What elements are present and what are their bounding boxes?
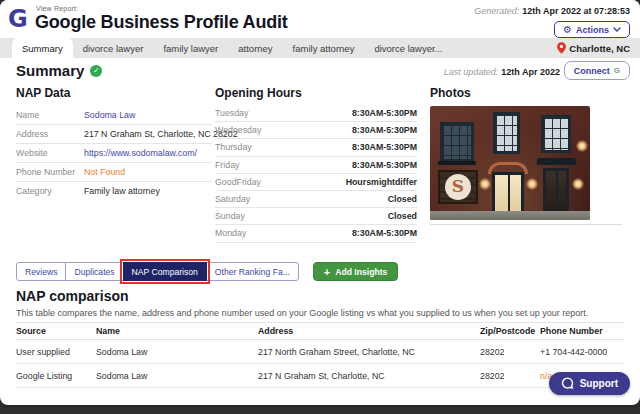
nap-row-label: Category (16, 186, 84, 196)
photo-window-left (440, 122, 474, 162)
photo-window-right (541, 115, 571, 153)
add-insights-label: Add Insights (335, 267, 387, 277)
photo-logo-sign: S (438, 170, 478, 204)
tab-family-lawyer[interactable]: family lawyer (153, 38, 228, 58)
hours-day: GoodFriday (215, 177, 261, 187)
cell-name: Sodoma Law (96, 371, 258, 381)
nap-comparison-description: This table compares the name, address an… (16, 308, 588, 318)
duplicates-tab-button[interactable]: Duplicates (65, 262, 123, 281)
phone-not-found-value: Not Found (84, 167, 125, 177)
location-label: Charlotte, NC (569, 43, 630, 54)
nap-row-website: Website https://www.sodomalaw.com/ (16, 143, 212, 162)
actions-button[interactable]: ⚙ Actions (554, 21, 630, 38)
nap-row-name: Name Sodoma Law (16, 105, 212, 124)
google-g-icon: G (614, 66, 620, 75)
cell-address: 217 N Graham St, Charlotte, NC (258, 371, 480, 381)
actions-button-label: Actions (576, 25, 609, 35)
hours-row: SundayClosed (215, 208, 417, 225)
insight-tabs: Reviews Duplicates NAP Comparison Other … (16, 262, 398, 281)
cell-source: User supplied (16, 347, 96, 357)
nap-row-phone: Phone Number Not Found (16, 162, 212, 181)
nap-comparison-tab-button[interactable]: NAP Comparison (123, 262, 207, 281)
photo-door-side (543, 168, 569, 214)
cell-zip: 28202 (480, 371, 540, 381)
report-location: Charlotte, NC (557, 38, 630, 58)
photo-door-main (492, 172, 524, 214)
tab-family-attorney[interactable]: family attorney (283, 38, 365, 58)
tab-divorce-lawyer[interactable]: divorce lawyer (73, 38, 154, 58)
opening-hours-heading: Opening Hours (215, 86, 417, 100)
photo-window-center (493, 112, 520, 154)
photo-logo-letter: S (445, 174, 471, 200)
hours-row: GoodFridayHoursmightdiffer (215, 174, 417, 191)
nap-row-label: Website (16, 148, 84, 158)
table-header-row: Source Name Address Zip/Postcode Phone N… (16, 322, 624, 340)
reviews-tab-button[interactable]: Reviews (16, 262, 66, 281)
add-insights-button[interactable]: + Add Insights (313, 262, 398, 281)
nap-row-label: Address (16, 129, 84, 139)
website-link[interactable]: https://www.sodomalaw.com/ (84, 148, 197, 158)
support-button-label: Support (580, 378, 618, 389)
hours-value: Closed (388, 211, 417, 221)
cell-phone: +1 704-442-0000 (540, 347, 624, 357)
generated-label: Generated: (474, 6, 519, 16)
report-window: G View Report: Google Business Profile A… (0, 0, 640, 405)
other-ranking-factors-tab-button[interactable]: Other Ranking Fa... (206, 262, 299, 281)
category-value: Family law attorney (84, 186, 160, 196)
view-report-label: View Report: (36, 5, 78, 12)
summary-heading: Summary (16, 62, 84, 79)
nap-data-rows: Name Sodoma Law Address 217 N Graham St,… (16, 105, 212, 200)
nap-row-address: Address 217 N Graham St, Charlotte, NC 2… (16, 124, 212, 143)
opening-hours-section: Opening Hours Tuesday8:30AM-5:30PM Wedne… (215, 86, 417, 243)
hours-value: Hoursmightdiffer (346, 177, 417, 187)
photo-lamp (479, 178, 491, 190)
nap-row-category: Category Family law attorney (16, 181, 212, 200)
hours-day: Saturday (215, 194, 250, 204)
table-row-user-supplied: User supplied Sodoma Law 217 North Graha… (16, 340, 624, 364)
hours-day: Wednesday (215, 125, 261, 135)
photo-lamp (572, 178, 584, 190)
cell-name: Sodoma Law (96, 347, 258, 357)
nap-comparison-heading: NAP comparison (16, 288, 129, 304)
chevron-down-icon (613, 27, 621, 32)
hours-value: Closed (388, 194, 417, 204)
location-pin-icon (557, 42, 566, 54)
hours-value: 8:30AM-5:30PM (352, 160, 417, 170)
business-photo: S (430, 106, 590, 220)
plus-icon: + (324, 267, 330, 277)
photos-section: Photos S (430, 86, 624, 220)
last-updated-label: Last updated: (444, 67, 499, 77)
cell-source: Google Listing (16, 371, 96, 381)
photos-heading: Photos (430, 86, 624, 100)
photo-lamp (526, 178, 538, 190)
photo-lamp (576, 140, 588, 152)
hours-day: Friday (215, 160, 239, 170)
page-title: Google Business Profile Audit (35, 12, 288, 33)
screen: G View Report: Google Business Profile A… (0, 0, 640, 414)
photo-balcony (438, 161, 476, 165)
chat-bubble-icon (561, 377, 574, 390)
generated-timestamp: Generated:12th Apr 2022 at 07:28:53 (474, 6, 630, 16)
nap-comparison-table: Source Name Address Zip/Postcode Phone N… (16, 322, 624, 388)
connect-button[interactable]: Connect G (564, 61, 630, 80)
column-header-name: Name (96, 326, 258, 336)
photo-sidewalk (430, 211, 590, 220)
tabs: Summary divorce lawyer family lawyer att… (0, 38, 453, 58)
hours-value: 8:30AM-5:30PM (352, 228, 417, 238)
nap-row-label: Name (16, 110, 84, 120)
hours-value: 8:30AM-5:30PM (352, 142, 417, 152)
report-tabbar: Summary divorce lawyer family lawyer att… (0, 38, 640, 58)
hours-day: Tuesday (215, 108, 248, 118)
hours-day: Monday (215, 228, 246, 238)
verified-check-icon: ✓ (90, 65, 102, 77)
support-button[interactable]: Support (549, 372, 630, 395)
last-updated-value: 12th Apr 2022 (501, 67, 560, 77)
cell-address: 217 North Graham Street, Charlotte, NC (258, 347, 480, 357)
business-name-link[interactable]: Sodoma Law (84, 110, 135, 120)
tab-summary[interactable]: Summary (12, 38, 73, 58)
tab-divorce-lawyer-2[interactable]: divorce lawyer... (364, 38, 452, 58)
hours-value: 8:30AM-5:30PM (352, 108, 417, 118)
tab-attorney[interactable]: attorney (228, 38, 282, 58)
opening-hours-rows: Tuesday8:30AM-5:30PM Wednesday8:30AM-5:3… (215, 105, 417, 243)
cell-zip: 28202 (480, 347, 540, 357)
